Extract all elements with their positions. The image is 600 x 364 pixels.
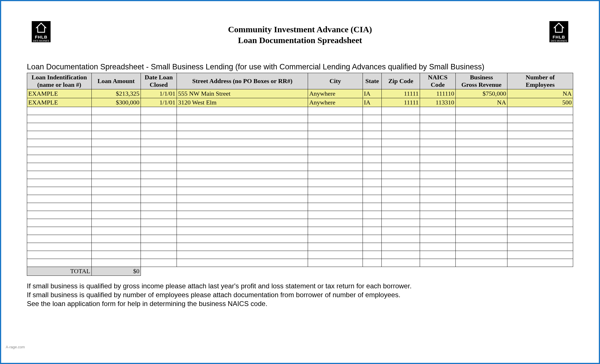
cell[interactable] [382, 155, 420, 163]
cell[interactable] [420, 123, 455, 131]
cell[interactable]: 11111 [382, 89, 420, 98]
cell[interactable]: 1/1/01 [141, 98, 177, 107]
cell[interactable]: NA [455, 98, 507, 107]
cell[interactable] [141, 131, 177, 139]
cell[interactable] [91, 203, 141, 211]
cell[interactable] [363, 235, 382, 243]
cell[interactable] [308, 107, 363, 115]
cell[interactable] [455, 115, 507, 123]
cell[interactable] [507, 115, 573, 123]
cell[interactable] [455, 235, 507, 243]
cell[interactable] [308, 195, 363, 203]
cell[interactable] [382, 115, 420, 123]
cell[interactable] [363, 107, 382, 115]
cell[interactable] [420, 219, 455, 227]
cell[interactable] [27, 147, 92, 155]
cell[interactable] [177, 163, 308, 171]
cell[interactable]: NA [507, 89, 573, 98]
cell[interactable] [177, 195, 308, 203]
cell[interactable] [141, 179, 177, 187]
cell[interactable] [141, 139, 177, 147]
cell[interactable] [455, 123, 507, 131]
cell[interactable] [420, 131, 455, 139]
cell[interactable] [455, 187, 507, 195]
cell[interactable] [308, 211, 363, 219]
cell[interactable] [455, 219, 507, 227]
cell[interactable] [141, 203, 177, 211]
cell[interactable] [91, 243, 141, 251]
cell[interactable] [455, 139, 507, 147]
cell[interactable]: $213,325 [91, 89, 141, 98]
cell[interactable] [455, 227, 507, 235]
cell[interactable] [177, 131, 308, 139]
cell[interactable] [91, 235, 141, 243]
cell[interactable] [363, 163, 382, 171]
cell[interactable] [308, 235, 363, 243]
cell[interactable] [363, 155, 382, 163]
cell[interactable] [27, 243, 92, 251]
cell[interactable] [455, 131, 507, 139]
cell[interactable] [91, 227, 141, 235]
cell[interactable] [455, 243, 507, 251]
cell[interactable] [363, 259, 382, 267]
cell[interactable] [27, 227, 92, 235]
cell[interactable] [420, 195, 455, 203]
cell[interactable] [382, 243, 420, 251]
cell[interactable] [363, 171, 382, 179]
cell[interactable] [308, 139, 363, 147]
cell[interactable] [141, 235, 177, 243]
cell[interactable] [27, 115, 92, 123]
cell[interactable] [308, 203, 363, 211]
cell[interactable] [382, 147, 420, 155]
cell[interactable] [363, 203, 382, 211]
cell[interactable] [177, 155, 308, 163]
cell[interactable] [308, 243, 363, 251]
cell[interactable] [420, 147, 455, 155]
cell[interactable] [507, 203, 573, 211]
cell[interactable] [308, 171, 363, 179]
cell[interactable] [420, 251, 455, 259]
cell[interactable] [382, 123, 420, 131]
cell[interactable] [382, 107, 420, 115]
cell[interactable] [177, 171, 308, 179]
cell[interactable] [420, 243, 455, 251]
cell[interactable] [177, 115, 308, 123]
cell[interactable] [91, 195, 141, 203]
cell[interactable] [27, 163, 92, 171]
cell[interactable] [308, 115, 363, 123]
cell[interactable] [177, 227, 308, 235]
cell[interactable] [91, 219, 141, 227]
cell[interactable] [91, 211, 141, 219]
cell[interactable] [177, 235, 308, 243]
cell[interactable] [507, 171, 573, 179]
cell[interactable] [455, 107, 507, 115]
cell[interactable] [507, 211, 573, 219]
cell[interactable] [507, 251, 573, 259]
cell[interactable] [507, 107, 573, 115]
cell[interactable] [507, 123, 573, 131]
cell[interactable] [507, 179, 573, 187]
cell[interactable] [177, 251, 308, 259]
total-label[interactable]: TOTAL [27, 267, 92, 276]
cell[interactable] [455, 147, 507, 155]
cell[interactable] [308, 227, 363, 235]
cell[interactable]: IA [363, 89, 382, 98]
cell[interactable] [177, 243, 308, 251]
cell[interactable] [27, 179, 92, 187]
cell[interactable] [27, 219, 92, 227]
cell[interactable] [91, 147, 141, 155]
cell[interactable] [141, 219, 177, 227]
cell[interactable] [27, 195, 92, 203]
cell[interactable] [91, 115, 141, 123]
cell[interactable] [141, 259, 177, 267]
cell[interactable] [363, 211, 382, 219]
cell[interactable] [382, 259, 420, 267]
cell[interactable] [382, 235, 420, 243]
cell[interactable] [177, 107, 308, 115]
cell[interactable] [141, 171, 177, 179]
cell[interactable] [177, 187, 308, 195]
cell[interactable] [363, 139, 382, 147]
cell[interactable] [141, 195, 177, 203]
cell[interactable] [455, 155, 507, 163]
cell[interactable] [507, 235, 573, 243]
